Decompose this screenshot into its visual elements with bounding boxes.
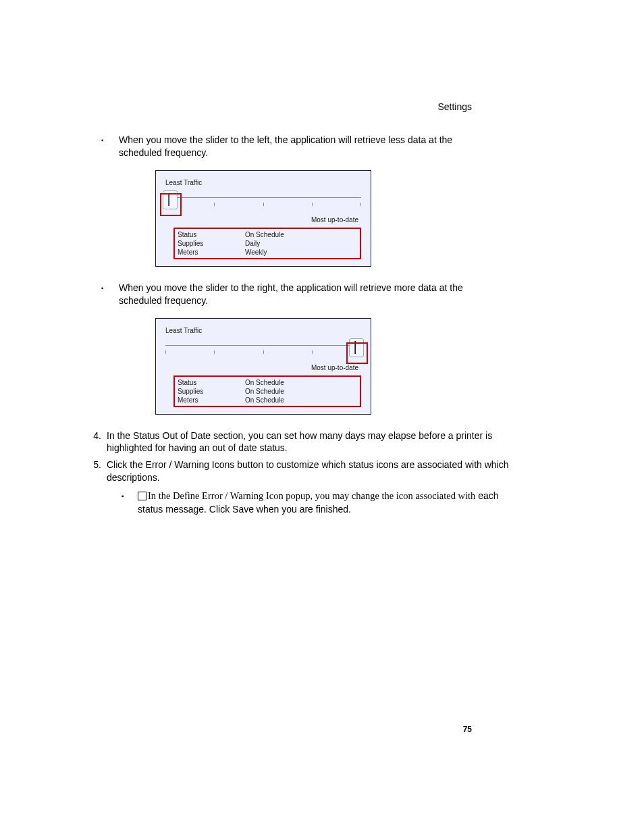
section-header: Settings [437,101,472,112]
bullet-marker: ▪ [101,282,119,293]
slider-figure-left: Least Traffic ⎢ Most up-to-date Status O… [155,170,371,267]
bullet-marker: ▪ [122,490,138,501]
grid-row: Meters Weekly [178,248,357,257]
document-page: Settings ▪ When you move the slider to t… [0,0,644,834]
step-text: Click the Error / Warning Icons button t… [107,459,525,484]
grid-label: Supplies [178,240,245,247]
slider-figure-right: Least Traffic ⎢ Most up-to-date Status O… [155,318,371,415]
step-number: 5. [81,459,107,471]
least-traffic-label: Least Traffic [165,179,361,186]
grid-value: On Schedule [245,379,357,386]
grid-value: On Schedule [245,396,357,404]
step-text: In the Status Out of Date section, you c… [107,429,525,455]
sub-bullet-text: In the Define Error / Warning Icon popup… [138,490,502,515]
numbered-step: 4. In the Status Out of Date section, yo… [81,429,563,455]
grid-value: On Schedule [245,388,357,395]
grid-label: Supplies [178,388,245,395]
settings-grid: Status On Schedule Supplies On Schedule … [173,375,361,407]
settings-grid: Status On Schedule Supplies Daily Meters… [173,228,361,259]
grid-label: Status [178,379,245,386]
page-number: 75 [463,725,472,734]
grid-value: Weekly [245,249,357,256]
grid-row: Supplies On Schedule [178,387,357,396]
most-up-to-date-label: Most up-to-date [165,216,358,224]
numbered-step: 5. Click the Error / Warning Icons butto… [81,459,563,484]
bullet-text: When you move the slider to the right, t… [119,282,497,307]
slider-thumb[interactable]: ⎢ [163,190,178,209]
grid-label: Meters [178,396,245,404]
serif-span: In the Define Error / Warning Icon popup… [148,490,475,501]
slider-area: ⎢ [165,338,361,361]
grid-row: Supplies Daily [178,239,357,248]
sub-bullet-item: ▪ In the Define Error / Warning Icon pop… [122,490,563,515]
slider-track [165,197,361,198]
least-traffic-label: Least Traffic [165,327,361,334]
slider-ticks [165,350,361,354]
bullet-marker: ▪ [101,134,119,145]
slider-thumb[interactable]: ⎢ [349,338,364,357]
grid-value: Daily [245,240,357,247]
checkbox-icon [138,492,146,500]
bullet-item: ▪ When you move the slider to the right,… [101,282,563,307]
grid-row: Meters On Schedule [178,396,357,405]
most-up-to-date-label: Most up-to-date [165,364,358,371]
grid-label: Status [178,231,245,238]
bullet-item: ▪ When you move the slider to the left, … [101,134,563,159]
slider-area: ⎢ [165,190,361,213]
grid-row: Status On Schedule [178,378,357,387]
bullet-text: When you move the slider to the left, th… [119,134,497,159]
slider-ticks [165,203,361,206]
step-number: 4. [81,429,107,442]
grid-row: Status On Schedule [178,230,357,239]
grid-label: Meters [178,249,245,256]
grid-value: On Schedule [245,231,357,238]
slider-track [165,345,361,346]
